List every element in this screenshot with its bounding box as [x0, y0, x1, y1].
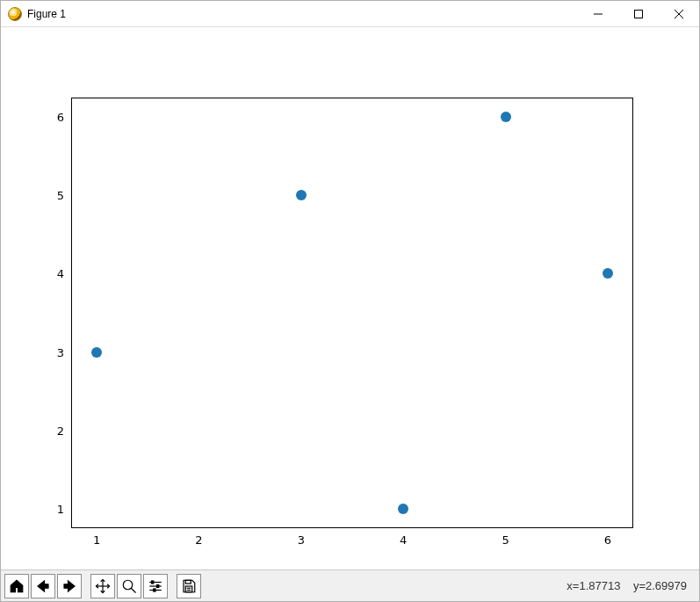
titlebar: Figure 1: [1, 1, 699, 27]
save-button[interactable]: [177, 574, 201, 598]
svg-rect-15: [185, 586, 192, 592]
zoom-icon: [121, 578, 137, 594]
x-tick-label: 1: [93, 533, 100, 547]
x-tick-label: 5: [502, 533, 509, 547]
x-tick-label: 3: [298, 533, 305, 547]
scatter-point: [398, 504, 408, 514]
move-icon: [95, 578, 111, 594]
y-tick-label: 4: [57, 267, 64, 280]
maximize-button[interactable]: [618, 1, 659, 27]
cursor-coordinates: x=1.87713 y=2.69979: [566, 579, 696, 592]
arrow-right-icon: [61, 578, 77, 594]
close-icon: [674, 9, 684, 19]
y-tick-label: 2: [57, 424, 64, 437]
svg-line-7: [131, 588, 135, 592]
nav-toolbar: x=1.87713 y=2.69979: [1, 569, 699, 601]
figure-canvas[interactable]: 123456123456: [1, 27, 699, 569]
x-tick-label: 4: [400, 533, 407, 547]
y-tick-label: 3: [57, 345, 64, 359]
back-button[interactable]: [31, 574, 55, 598]
window-title: Figure 1: [27, 8, 66, 20]
home-icon: [9, 578, 25, 594]
maximize-icon: [634, 10, 643, 18]
y-tick-label: 6: [57, 111, 64, 124]
scatter-point: [501, 112, 511, 122]
svg-rect-9: [152, 581, 154, 584]
close-button[interactable]: [659, 1, 699, 27]
app-icon: [8, 7, 22, 21]
home-button[interactable]: [4, 574, 29, 598]
y-tick-label: 1: [57, 502, 64, 515]
minimize-icon: [594, 10, 603, 18]
x-tick-label: 6: [604, 533, 611, 547]
scatter-point: [91, 347, 102, 358]
svg-rect-14: [185, 580, 191, 584]
svg-point-6: [123, 580, 133, 590]
zoom-button[interactable]: [117, 574, 141, 598]
svg-rect-13: [154, 589, 155, 591]
configure-subplots-button[interactable]: [143, 574, 168, 598]
arrow-left-icon: [35, 578, 51, 594]
save-icon: [181, 578, 197, 594]
x-tick-label: 2: [195, 533, 202, 547]
axes-box: [71, 98, 633, 528]
pan-button[interactable]: [90, 574, 115, 598]
forward-button[interactable]: [57, 574, 82, 598]
svg-rect-1: [635, 10, 643, 18]
svg-rect-11: [157, 584, 159, 587]
minimize-button[interactable]: [578, 1, 618, 27]
y-tick-label: 5: [57, 189, 64, 202]
sliders-icon: [148, 578, 163, 594]
